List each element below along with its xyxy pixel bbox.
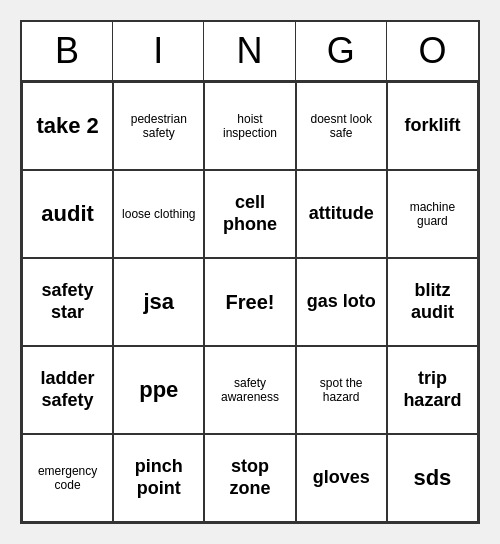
bingo-card: BINGO take 2pedestrian safetyhoist inspe… — [20, 20, 480, 524]
bingo-cell: safety star — [22, 258, 113, 346]
bingo-cell: pedestrian safety — [113, 82, 204, 170]
bingo-cell: gas loto — [296, 258, 387, 346]
bingo-cell: safety awareness — [204, 346, 295, 434]
bingo-cell: loose clothing — [113, 170, 204, 258]
bingo-cell: ladder safety — [22, 346, 113, 434]
bingo-cell: trip hazard — [387, 346, 478, 434]
bingo-cell: forklift — [387, 82, 478, 170]
bingo-cell: hoist inspection — [204, 82, 295, 170]
bingo-cell: machine guard — [387, 170, 478, 258]
bingo-cell: doesnt look safe — [296, 82, 387, 170]
bingo-cell: take 2 — [22, 82, 113, 170]
bingo-cell: gloves — [296, 434, 387, 522]
bingo-cell: jsa — [113, 258, 204, 346]
bingo-cell: emergency code — [22, 434, 113, 522]
bingo-cell: pinch point — [113, 434, 204, 522]
bingo-cell: cell phone — [204, 170, 295, 258]
bingo-cell: sds — [387, 434, 478, 522]
bingo-header: BINGO — [22, 22, 478, 82]
header-letter: G — [296, 22, 387, 80]
bingo-cell: blitz audit — [387, 258, 478, 346]
header-letter: O — [387, 22, 478, 80]
bingo-cell: Free! — [204, 258, 295, 346]
bingo-grid: take 2pedestrian safetyhoist inspectiond… — [22, 82, 478, 522]
bingo-cell: ppe — [113, 346, 204, 434]
header-letter: B — [22, 22, 113, 80]
bingo-cell: spot the hazard — [296, 346, 387, 434]
bingo-cell: stop zone — [204, 434, 295, 522]
bingo-cell: audit — [22, 170, 113, 258]
header-letter: I — [113, 22, 204, 80]
bingo-cell: attitude — [296, 170, 387, 258]
header-letter: N — [204, 22, 295, 80]
